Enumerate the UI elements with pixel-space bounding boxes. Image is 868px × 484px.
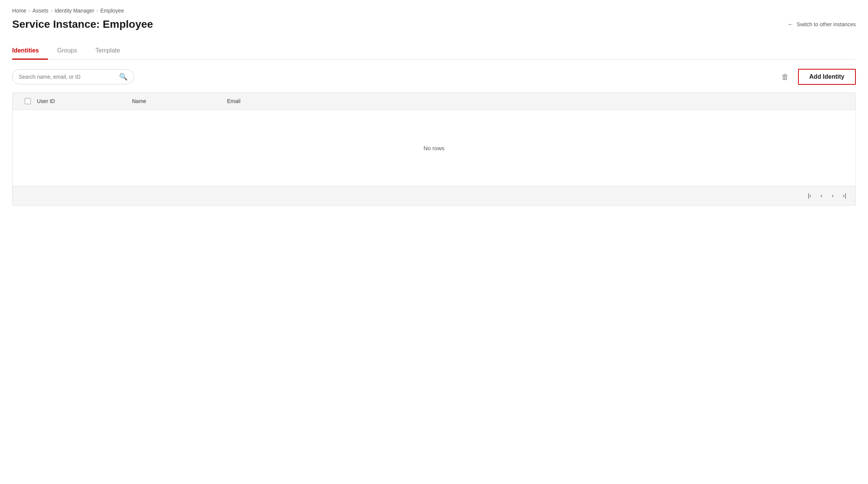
pagination-prev-button[interactable]: ‹ <box>817 191 825 201</box>
switch-instances-link[interactable]: ← Switch to other instances <box>787 21 856 28</box>
delete-button[interactable]: 🗑 <box>778 70 792 84</box>
empty-message: No rows <box>423 145 444 151</box>
table-body: No rows <box>13 110 855 186</box>
column-user-id: User ID <box>37 98 132 104</box>
toolbar-right: 🗑 Add Identity <box>778 69 856 85</box>
breadcrumb-employee[interactable]: Employee <box>100 8 124 14</box>
column-name: Name <box>132 98 227 104</box>
pagination-next-button[interactable]: › <box>828 191 836 201</box>
tabs-container: Identities Groups Template <box>12 43 856 60</box>
tab-groups[interactable]: Groups <box>48 43 86 60</box>
column-email: Email <box>227 98 849 104</box>
search-icon: 🔍 <box>119 73 127 81</box>
search-container: 🔍 <box>12 69 134 84</box>
breadcrumb: Home › Assets › Identity Manager › Emplo… <box>12 8 856 14</box>
tab-template[interactable]: Template <box>86 43 129 60</box>
select-all-checkbox-cell <box>19 98 37 104</box>
page-container: Home › Assets › Identity Manager › Emplo… <box>0 0 868 213</box>
tab-identities[interactable]: Identities <box>12 43 48 60</box>
table-container: User ID Name Email No rows |‹ ‹ › ›| <box>12 92 856 206</box>
switch-instances-label: Switch to other instances <box>796 21 856 27</box>
pagination-first-button[interactable]: |‹ <box>804 191 814 201</box>
select-all-checkbox[interactable] <box>25 98 31 104</box>
trash-icon: 🗑 <box>781 73 789 81</box>
search-input[interactable] <box>19 74 116 80</box>
toolbar: 🔍 🗑 Add Identity <box>12 69 856 85</box>
breadcrumb-home[interactable]: Home <box>12 8 26 14</box>
breadcrumb-assets[interactable]: Assets <box>32 8 48 14</box>
back-arrow-icon: ← <box>787 21 793 28</box>
breadcrumb-sep-2: › <box>51 8 52 13</box>
table-footer: |‹ ‹ › ›| <box>13 186 855 205</box>
table-header: User ID Name Email <box>13 93 855 110</box>
add-identity-button[interactable]: Add Identity <box>798 69 856 85</box>
pagination-last-button[interactable]: ›| <box>840 191 849 201</box>
breadcrumb-sep-3: › <box>97 8 98 13</box>
breadcrumb-identity-manager[interactable]: Identity Manager <box>54 8 94 14</box>
breadcrumb-sep-1: › <box>29 8 30 13</box>
page-title: Service Instance: Employee <box>12 18 153 30</box>
page-header: Service Instance: Employee ← Switch to o… <box>12 18 856 30</box>
